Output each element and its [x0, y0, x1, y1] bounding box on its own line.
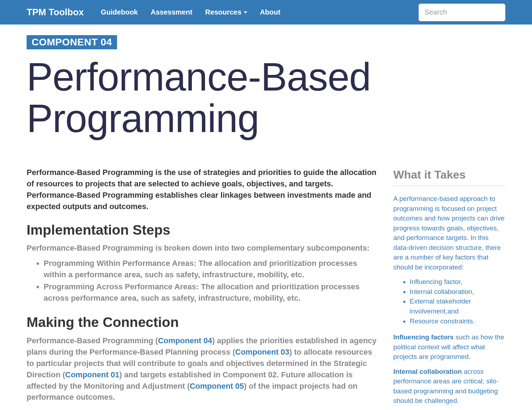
nav-resources-label: Resources [205, 8, 242, 16]
page-title: Performance-Based Programming [27, 56, 379, 139]
list-item: Programming Within Performance Areas: Th… [44, 258, 379, 280]
search-input[interactable] [419, 4, 505, 21]
text-strong: Influencing factors [393, 333, 454, 341]
navbar: TPM Toolbox Guidebook Assessment Resourc… [0, 0, 532, 24]
implementation-bullets: Programming Within Performance Areas: Th… [27, 258, 379, 304]
intro-paragraph: Performance-Based Programming is the use… [27, 167, 379, 212]
implementation-steps-heading: Implementation Steps [27, 222, 379, 238]
nav-resources[interactable]: Resources [199, 8, 254, 16]
sidebar-p2: Influencing factors such as how the poli… [393, 332, 505, 362]
list-item: Programming Across Performance Areas: Th… [44, 281, 379, 304]
list-item: External stakeholder involvement,and [410, 296, 505, 316]
brand[interactable]: TPM Toolbox [27, 7, 84, 18]
nav-guidebook[interactable]: Guidebook [94, 8, 144, 16]
sidebar-title: What it Takes [393, 168, 505, 186]
component-tag: COMPONENT 04 [27, 35, 117, 49]
sidebar-p3: Internal collaboration across performanc… [393, 367, 505, 406]
main-content: COMPONENT 04 Performance-Based Programmi… [27, 35, 379, 410]
list-item: Influencing factor, [410, 277, 505, 287]
making-connection-heading: Making the Connection [27, 315, 379, 330]
sidebar-bullets: Influencing factor, Internal collaborati… [393, 277, 505, 326]
implementation-steps-sub: Performance-Based Programming is broken … [27, 243, 379, 254]
list-item: Resource constraints. [410, 316, 505, 326]
nav-about[interactable]: About [254, 8, 287, 16]
nav-assessment[interactable]: Assessment [144, 8, 199, 16]
text: Performance-Based Programming ( [27, 336, 158, 345]
making-connection-paragraph: Performance-Based Programming (Component… [27, 335, 379, 403]
sidebar-intro: A performance-based approach to programm… [393, 194, 505, 272]
component-05-link[interactable]: Component 05 [190, 382, 244, 390]
list-item: Internal collaboration, [410, 287, 505, 297]
component-01-link[interactable]: Component 01 [65, 370, 120, 379]
chevron-down-icon [244, 11, 247, 13]
sidebar: What it Takes A performance-based approa… [393, 35, 505, 410]
text-strong: Internal collaboration [393, 368, 462, 375]
component-04-link[interactable]: Component 04 [158, 336, 212, 345]
component-03-link[interactable]: Component 03 [235, 348, 289, 356]
